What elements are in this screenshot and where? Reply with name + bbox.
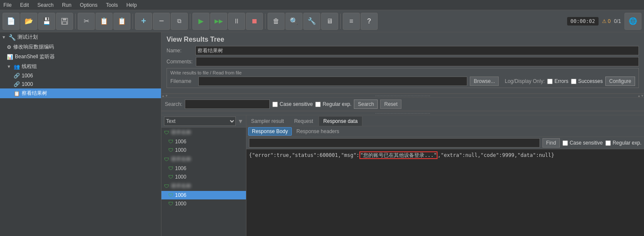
subtab-response-body[interactable]: Response Body [248, 127, 292, 136]
collapse-arrow-2: ▼ [7, 64, 11, 69]
find-case-sensitive-group: Case sensitive [562, 140, 603, 146]
menu-edit[interactable]: Edit [18, 1, 31, 9]
list-item-selected[interactable]: 🛡 1006 [161, 191, 246, 199]
regex-checkbox[interactable] [315, 102, 321, 107]
tab-sampler-result[interactable]: Sampler result [246, 116, 288, 126]
menu-run[interactable]: Run [60, 1, 73, 9]
tab-response-data[interactable]: Response data [319, 116, 362, 126]
result-type-dropdown[interactable]: Text [164, 117, 236, 126]
case-sensitive-checkbox[interactable] [272, 102, 278, 107]
list-item[interactable]: 🛡 请求名称 [161, 154, 246, 164]
search-button[interactable]: Search [354, 100, 378, 109]
sep3 [190, 14, 190, 29]
find-case-sensitive-checkbox[interactable] [562, 140, 568, 146]
duplicate-button[interactable]: ⧉ [171, 13, 188, 30]
panel-header: View Results Tree Name: Comments: Write … [161, 32, 644, 94]
log-display-label: Log/Display Only: [505, 78, 545, 84]
result-list: Text ▼ 🛡 请求名称 🛡 1006 🛡 1000 [161, 115, 246, 236]
name-input[interactable] [195, 46, 639, 55]
sep5 [340, 14, 341, 29]
sidebar-item-1000a[interactable]: 🔗 1000 [0, 80, 161, 88]
menu-file[interactable]: File [2, 1, 13, 9]
saveas-button[interactable] [56, 13, 73, 30]
subtab-response-headers[interactable]: Response headers [293, 127, 343, 136]
shield-icon: 🛡 [168, 139, 173, 145]
svg-rect-2 [62, 22, 67, 24]
sidebar-item-1006a[interactable]: 🔗 1006 [0, 71, 161, 80]
pause-button[interactable]: ⏸ [228, 13, 245, 30]
properties-button[interactable]: 🔧 [303, 13, 320, 30]
start-no-pause-button[interactable]: ▶▶ [210, 13, 227, 30]
sep1 [75, 14, 76, 29]
menu-options[interactable]: Options [78, 1, 99, 9]
list-item[interactable]: 🛡 1000 [161, 146, 246, 154]
sidebar-item-test-plan[interactable]: ▼ 🔧 测试计划 [0, 32, 161, 42]
filename-input[interactable] [198, 77, 467, 86]
response-text: {"error":true,"status":600001,"msg":"您的账… [249, 152, 641, 159]
list-item[interactable]: 🛡 请求名称 [161, 128, 246, 137]
find-regex-checkbox[interactable] [605, 140, 611, 146]
help-button[interactable]: ? [361, 13, 378, 30]
regex-group: Regular exp. [315, 101, 351, 107]
sidebar-label-beanshell: BeanShell 监听器 [15, 53, 55, 60]
shield-icon: 🛡 [168, 174, 173, 180]
list-item[interactable]: 🛡 1000 [161, 199, 246, 208]
name-row: Name: [167, 46, 639, 55]
start-button[interactable]: ▶ [192, 13, 209, 30]
configure-button[interactable]: Configure [605, 77, 635, 86]
sidebar-item-results-tree[interactable]: 📋 察看结果树 [0, 88, 161, 98]
reset-button[interactable]: Reset [380, 100, 401, 109]
case-sensitive-group: Case sensitive [272, 101, 313, 107]
shield-icon: 🛡 [164, 156, 169, 162]
find-input[interactable] [249, 138, 540, 148]
comments-input[interactable] [196, 57, 639, 66]
collapse-button[interactable]: ≡ [343, 13, 360, 30]
analyze-button[interactable]: 🔍 [285, 13, 302, 30]
result-name: 请求名称 [171, 156, 191, 163]
open-button[interactable]: 📂 [20, 13, 37, 30]
sep4 [265, 14, 266, 29]
name-label: Name: [167, 48, 192, 54]
errors-checkbox[interactable] [547, 79, 553, 84]
response-highlight: "您的账号已在其他设备登录..." [359, 151, 438, 159]
resize-handle-2[interactable]: ⋯⋯⋯⋯⋯⋯⋯⋯⋯⋯⋯⋯⋯ [161, 111, 644, 115]
clear-button[interactable]: 🗑 [268, 13, 285, 30]
save-button[interactable]: 💾 [38, 13, 55, 30]
new-button[interactable]: 📄 [3, 13, 20, 30]
collapse-arrow: ▼ [2, 35, 6, 40]
remove-button[interactable]: − [153, 13, 170, 30]
list-item[interactable]: 🛡 请求名称 [161, 181, 246, 191]
successes-checkbox[interactable] [571, 79, 576, 84]
search-input[interactable] [185, 100, 270, 109]
remote-button[interactable]: 🖥 [321, 13, 338, 30]
browse-button[interactable]: Browse... [470, 77, 499, 86]
cut-button[interactable]: ✂ [78, 13, 95, 30]
menu-tools[interactable]: Tools [104, 1, 119, 9]
detail-panel: Sampler result Request Response data Res… [246, 115, 644, 236]
copy-button[interactable]: 📋 [96, 13, 113, 30]
tab-request[interactable]: Request [289, 116, 318, 126]
menu-search[interactable]: Search [36, 1, 55, 9]
list-item[interactable]: 🛡 1006 [161, 137, 246, 146]
sidebar-label-encoding: 修改响应数据编码 [13, 43, 54, 51]
sidebar-item-thread-group[interactable]: ▼ 👥 线程组 [0, 62, 161, 71]
list-item[interactable]: 🛡 1006 [161, 164, 246, 173]
filename-label: Filename [170, 78, 196, 84]
sidebar-label-1000a: 1000 [22, 81, 33, 87]
menu-help[interactable]: Help [124, 1, 138, 9]
result-name: 请求名称 [171, 182, 191, 190]
warning-count: 0 [608, 18, 611, 24]
list-item[interactable]: 🛡 1000 [161, 173, 246, 181]
stop-button[interactable]: ⏹ [246, 13, 263, 30]
find-button[interactable]: Find [542, 138, 560, 148]
shield-icon: 🛡 [168, 147, 173, 153]
add-button[interactable]: + [135, 13, 152, 30]
warning-badge: ⚠ 0 [602, 18, 611, 24]
paste-button[interactable]: 📋 [113, 13, 130, 30]
sidebar-item-beanshell[interactable]: 📊 BeanShell 监听器 [0, 52, 161, 62]
svg-rect-1 [63, 18, 66, 20]
sidebar-item-encoding[interactable]: ⚙ 修改响应数据编码 [0, 42, 161, 52]
remote-engine-button[interactable]: 🌐 [624, 13, 641, 30]
resize-handle-1[interactable]: ▲▼ ⋯⋯⋯⋯⋯⋯⋯⋯⋯⋯⋯⋯⋯ ▲▼ [161, 94, 644, 98]
dropdown-arrow-icon[interactable]: ▼ [237, 118, 243, 125]
